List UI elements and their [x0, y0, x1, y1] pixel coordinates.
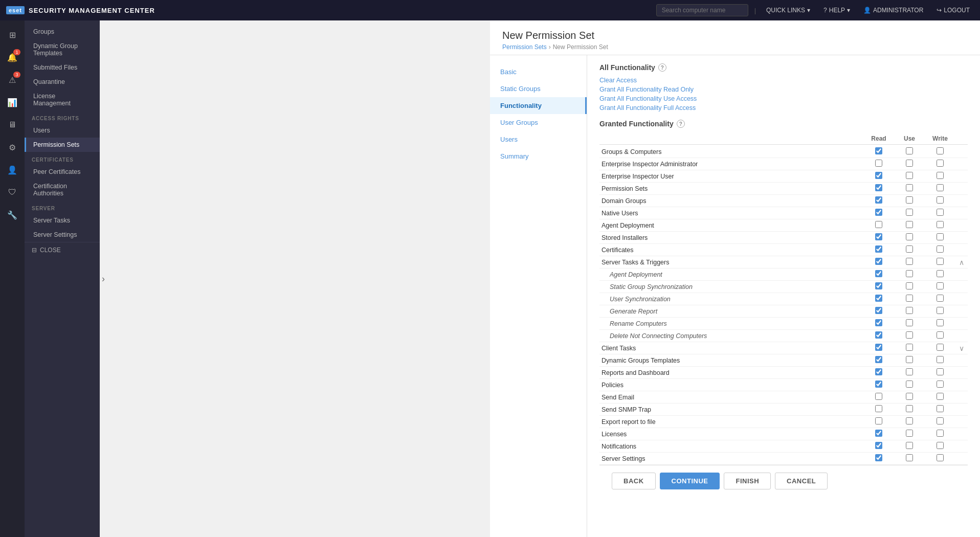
- sidebar-icon-settings[interactable]: ⚙: [2, 137, 23, 158]
- row-use-check[interactable]: [894, 442, 925, 451]
- sidebar-icon-tools[interactable]: 🔧: [2, 205, 23, 225]
- checkbox-write[interactable]: [937, 270, 944, 277]
- sidebar-icon-charts[interactable]: 📊: [2, 92, 23, 113]
- row-write-check[interactable]: [925, 147, 955, 156]
- row-use-check[interactable]: [894, 405, 925, 414]
- checkbox-use[interactable]: [906, 282, 913, 289]
- checkbox-use[interactable]: [906, 233, 913, 240]
- checkbox-write[interactable]: [937, 196, 944, 204]
- row-read-check[interactable]: [863, 405, 894, 414]
- row-write-check[interactable]: [925, 344, 955, 352]
- sidebar-item-groups[interactable]: Groups: [25, 25, 100, 39]
- row-read-check[interactable]: [863, 307, 894, 316]
- row-write-check[interactable]: [925, 209, 955, 217]
- checkbox-write[interactable]: [937, 282, 944, 289]
- logout-button[interactable]: ↪ LOGOUT: [932, 5, 974, 16]
- sidebar-item-permission-sets[interactable]: Permission Sets: [25, 138, 100, 152]
- row-read-check[interactable]: [863, 430, 894, 438]
- row-read-check[interactable]: [863, 270, 894, 279]
- checkbox-use[interactable]: [906, 270, 913, 277]
- sidebar-close-button[interactable]: ⊟ CLOSE: [25, 242, 100, 258]
- row-use-check[interactable]: [894, 245, 925, 254]
- back-button[interactable]: BACK: [612, 473, 656, 489]
- checkbox-read[interactable]: [875, 442, 882, 449]
- row-collapse-button[interactable]: ∧: [955, 258, 968, 266]
- checkbox-read[interactable]: [875, 172, 882, 179]
- row-read-check[interactable]: [863, 258, 894, 266]
- row-write-check[interactable]: [925, 184, 955, 193]
- search-input[interactable]: [656, 4, 748, 16]
- row-use-check[interactable]: [894, 295, 925, 303]
- checkbox-use[interactable]: [906, 393, 913, 400]
- checkbox-read[interactable]: [875, 295, 882, 302]
- row-write-check[interactable]: [925, 393, 955, 401]
- row-read-check[interactable]: [863, 245, 894, 254]
- row-read-check[interactable]: [863, 295, 894, 303]
- row-read-check[interactable]: [863, 454, 894, 463]
- left-nav-item-user-groups[interactable]: User Groups: [490, 114, 587, 131]
- administrator-button[interactable]: 👤 ADMINISTRATOR: [859, 5, 927, 16]
- row-write-check[interactable]: [925, 356, 955, 365]
- checkbox-write[interactable]: [937, 368, 944, 375]
- row-use-check[interactable]: [894, 160, 925, 168]
- checkbox-use[interactable]: [906, 344, 913, 351]
- checkbox-use[interactable]: [906, 356, 913, 363]
- checkbox-use[interactable]: [906, 319, 913, 326]
- checkbox-read[interactable]: [875, 331, 882, 339]
- row-read-check[interactable]: [863, 282, 894, 291]
- checkbox-write[interactable]: [937, 393, 944, 400]
- sidebar-item-submitted-files[interactable]: Submitted Files: [25, 60, 100, 75]
- grant-use-link[interactable]: Grant All Functionality Use Access: [599, 95, 968, 102]
- checkbox-read[interactable]: [875, 258, 882, 265]
- row-use-check[interactable]: [894, 221, 925, 230]
- checkbox-use[interactable]: [906, 295, 913, 302]
- row-read-check[interactable]: [863, 233, 894, 242]
- row-use-check[interactable]: [894, 368, 925, 377]
- row-read-check[interactable]: [863, 442, 894, 451]
- row-use-check[interactable]: [894, 196, 925, 205]
- row-use-check[interactable]: [894, 356, 925, 365]
- checkbox-write[interactable]: [937, 417, 944, 424]
- sidebar-item-certification-authorities[interactable]: Certification Authorities: [25, 179, 100, 200]
- left-nav-item-static-groups[interactable]: Static Groups: [490, 80, 587, 97]
- checkbox-write[interactable]: [937, 160, 944, 167]
- checkbox-read[interactable]: [875, 368, 882, 375]
- left-nav-item-basic[interactable]: Basic: [490, 63, 587, 80]
- left-nav-item-users[interactable]: Users: [490, 131, 587, 148]
- row-read-check[interactable]: [863, 160, 894, 168]
- checkbox-write[interactable]: [937, 209, 944, 216]
- checkbox-use[interactable]: [906, 368, 913, 375]
- granted-functionality-help-icon[interactable]: ?: [677, 120, 685, 128]
- checkbox-use[interactable]: [906, 331, 913, 339]
- row-use-check[interactable]: [894, 270, 925, 279]
- sidebar-icon-users[interactable]: 👤: [2, 160, 23, 180]
- row-read-check[interactable]: [863, 344, 894, 352]
- row-use-check[interactable]: [894, 184, 925, 193]
- checkbox-use[interactable]: [906, 381, 913, 388]
- checkbox-read[interactable]: [875, 196, 882, 204]
- clear-access-link[interactable]: Clear Access: [599, 77, 968, 84]
- checkbox-read[interactable]: [875, 270, 882, 277]
- row-expand-button[interactable]: ∨: [955, 344, 968, 352]
- all-functionality-help-icon[interactable]: ?: [658, 63, 666, 72]
- row-write-check[interactable]: [925, 295, 955, 303]
- row-write-check[interactable]: [925, 172, 955, 181]
- checkbox-write[interactable]: [937, 405, 944, 412]
- row-use-check[interactable]: [894, 233, 925, 242]
- sidebar-icon-dashboard[interactable]: ⊞: [2, 25, 23, 45]
- row-write-check[interactable]: [925, 307, 955, 316]
- checkbox-read[interactable]: [875, 209, 882, 216]
- checkbox-write[interactable]: [937, 184, 944, 191]
- checkbox-write[interactable]: [937, 258, 944, 265]
- left-nav-item-functionality[interactable]: Functionality: [490, 97, 587, 114]
- checkbox-use[interactable]: [906, 430, 913, 437]
- checkbox-read[interactable]: [875, 417, 882, 424]
- checkbox-read[interactable]: [875, 344, 882, 351]
- sidebar-item-server-settings[interactable]: Server Settings: [25, 228, 100, 242]
- sidebar-icon-admin[interactable]: 🛡: [2, 182, 23, 203]
- row-read-check[interactable]: [863, 209, 894, 217]
- sidebar-item-server-tasks[interactable]: Server Tasks: [25, 213, 100, 228]
- checkbox-read[interactable]: [875, 282, 882, 289]
- checkbox-write[interactable]: [937, 245, 944, 253]
- row-use-check[interactable]: [894, 147, 925, 156]
